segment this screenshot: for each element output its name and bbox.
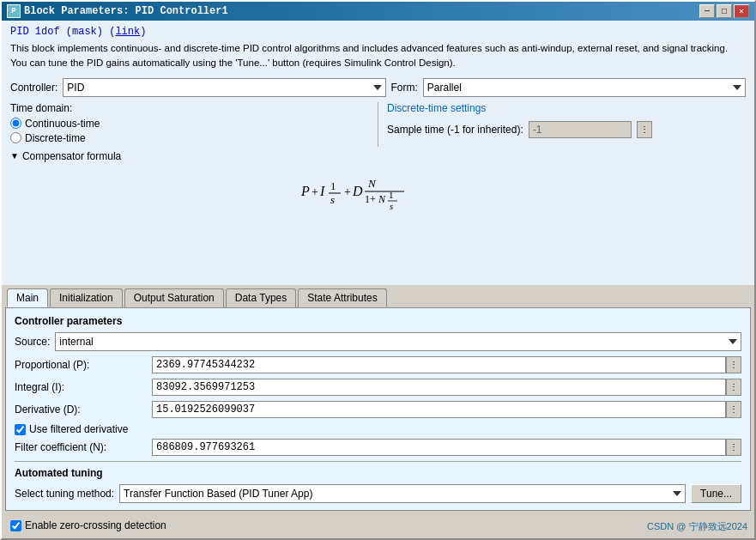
svg-text:N: N [367, 177, 377, 190]
filter-label: Filter coefficient (N): [15, 441, 152, 453]
tuning-label: Select tuning method: [15, 488, 114, 500]
title-bar-controls: ─ □ ✕ [699, 4, 749, 18]
svg-text:D: D [352, 184, 363, 198]
controller-params-title: Controller parameters [15, 315, 741, 327]
svg-text:I: I [319, 184, 325, 198]
sample-time-dots-button[interactable]: ⋮ [637, 121, 652, 138]
filter-dots-button[interactable]: ⋮ [726, 439, 741, 456]
use-filtered-label: Use filtered derivative [29, 423, 128, 435]
form-dropdown[interactable]: Parallel [423, 78, 746, 97]
compensator-label: Compensator formula [22, 150, 121, 162]
sample-time-label: Sample time (-1 for inherited): [387, 124, 523, 136]
link-suffix: ) [140, 26, 146, 38]
proportional-dots-button[interactable]: ⋮ [726, 356, 741, 373]
svg-text:1: 1 [330, 179, 336, 192]
svg-text:s: s [390, 201, 393, 211]
minimize-button[interactable]: ─ [699, 4, 715, 18]
filter-input[interactable] [152, 439, 726, 456]
tabs-area: Main Initialization Output Saturation Da… [2, 285, 754, 511]
main-window: P Block Parameters: PID Controller1 ─ □ … [0, 0, 756, 540]
source-label: Source: [15, 336, 50, 348]
discrete-label: Discrete-time [25, 132, 86, 144]
svg-text:P: P [300, 184, 310, 198]
triangle-icon: ▼ [10, 151, 19, 161]
svg-text:1: 1 [389, 190, 394, 200]
tuning-row: Select tuning method: Transfer Function … [15, 484, 741, 503]
tab-data-types[interactable]: Data Types [226, 288, 296, 307]
formula-display: P + I 1 s + D N 1+ N 1 s [293, 166, 464, 217]
controller-label: Controller: [10, 82, 57, 94]
proportional-label: Proportional (P): [15, 359, 152, 371]
watermark: CSDN @ 宁静致远2024 [647, 520, 747, 533]
tab-content-main: Controller parameters Source: internal P… [5, 307, 751, 511]
use-filtered-row: Use filtered derivative [15, 423, 741, 435]
continuous-label: Continuous-time [25, 118, 100, 130]
proportional-row: Proportional (P): ⋮ [15, 356, 741, 373]
derivative-input[interactable] [152, 401, 726, 418]
window-title: Block Parameters: PID Controller1 [24, 5, 228, 17]
close-button[interactable]: ✕ [734, 4, 749, 18]
enable-zero-crossing-label: Enable zero-crossing detection [25, 519, 166, 531]
sample-time-input[interactable] [529, 121, 632, 138]
left-panel: Time domain: Continuous-time Discrete-ti… [10, 102, 378, 147]
time-domain-label: Time domain: [10, 102, 369, 114]
bottom-row: Enable zero-crossing detection [2, 516, 754, 538]
svg-text:N: N [378, 193, 386, 205]
svg-text:+: + [344, 185, 351, 198]
form-label: Form: [391, 82, 418, 94]
controller-dropdown[interactable]: PID [63, 78, 385, 97]
svg-text:s: s [330, 193, 335, 206]
derivative-row: Derivative (D): ⋮ [15, 401, 741, 418]
description-text: This block implements continuous- and di… [10, 41, 746, 71]
window-icon: P [7, 4, 21, 18]
link-link[interactable]: link [115, 26, 140, 38]
integral-input[interactable] [152, 379, 726, 396]
tab-state-attributes[interactable]: State Attributes [298, 288, 386, 307]
continuous-radio-row: Continuous-time [10, 118, 369, 130]
tune-button[interactable]: Tune... [691, 484, 741, 503]
automated-tuning-title: Automated tuning [15, 467, 741, 479]
tab-main[interactable]: Main [7, 288, 48, 307]
integral-row: Integral (I): ⋮ [15, 379, 741, 396]
sample-time-row: Sample time (-1 for inherited): ⋮ [387, 121, 746, 138]
source-row: Source: internal [15, 332, 741, 351]
time-domain-section: Time domain: Continuous-time Discrete-ti… [10, 102, 746, 147]
proportional-input[interactable] [152, 356, 726, 373]
svg-text:+: + [311, 185, 318, 198]
tab-initialization[interactable]: Initialization [50, 288, 123, 307]
source-dropdown[interactable]: internal [55, 332, 741, 351]
compensator-header: ▼ Compensator formula [10, 150, 746, 162]
enable-zero-crossing-checkbox[interactable] [10, 520, 21, 531]
enable-zero-crossing-row: Enable zero-crossing detection [10, 519, 166, 531]
right-panel: Discrete-time settings Sample time (-1 f… [378, 102, 746, 147]
link-row: PID 1dof (mask) (link) [10, 26, 746, 38]
filter-row: Filter coefficient (N): ⋮ [15, 439, 741, 456]
derivative-label: Derivative (D): [15, 403, 152, 416]
continuous-radio[interactable] [10, 118, 21, 129]
title-bar-left: P Block Parameters: PID Controller1 [7, 4, 228, 18]
maximize-button[interactable]: □ [717, 4, 732, 18]
svg-text:1+: 1+ [365, 193, 376, 205]
controller-form-row: Controller: PID Form: Parallel [10, 78, 746, 97]
integral-dots-button[interactable]: ⋮ [726, 379, 741, 396]
discrete-time-title: Discrete-time settings [387, 102, 746, 114]
discrete-radio[interactable] [10, 132, 21, 143]
derivative-dots-button[interactable]: ⋮ [726, 401, 741, 418]
divider [15, 461, 741, 462]
discrete-radio-row: Discrete-time [10, 132, 369, 144]
use-filtered-checkbox[interactable] [15, 424, 26, 435]
integral-label: Integral (I): [15, 381, 152, 393]
compensator-section: ▼ Compensator formula P + I 1 s + D N 1+ [10, 150, 746, 217]
tab-output-saturation[interactable]: Output Saturation [124, 288, 224, 307]
title-bar: P Block Parameters: PID Controller1 ─ □ … [2, 2, 754, 21]
tab-bar: Main Initialization Output Saturation Da… [2, 285, 754, 307]
tuning-dropdown[interactable]: Transfer Function Based (PID Tuner App) [119, 484, 686, 503]
link-prefix: PID 1dof (mask) ( [10, 26, 115, 38]
content-area: PID 1dof (mask) (link) This block implem… [2, 21, 754, 285]
